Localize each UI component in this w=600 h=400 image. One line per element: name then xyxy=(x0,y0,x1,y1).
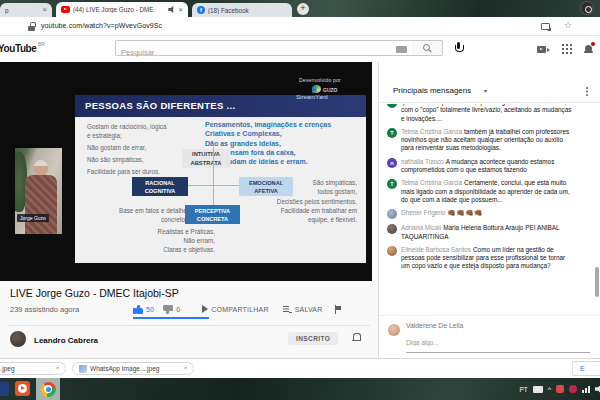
speaker-head xyxy=(34,160,48,176)
mic-icon[interactable] xyxy=(453,42,463,55)
youtube-favicon xyxy=(61,6,70,13)
subscribed-button[interactable]: INSCRITO xyxy=(288,332,338,345)
chat-message: T Telma Cristina GarciaCertamente, concl… xyxy=(387,179,592,204)
download-item[interactable]: Image....jpeg xyxy=(0,362,66,375)
keyboard-layout-icon[interactable] xyxy=(533,386,543,393)
guzo-logo-icon xyxy=(312,85,321,93)
notification-badge xyxy=(590,41,596,47)
tab-facebook[interactable]: (18) Facebook xyxy=(192,3,292,17)
taskbar-app-icon[interactable] xyxy=(0,382,9,396)
tab-youtube-live[interactable]: (44) LIVE Jorge Guzo - DME × xyxy=(56,2,188,17)
tray-app-icon[interactable] xyxy=(556,385,564,393)
volume-icon[interactable] xyxy=(595,385,600,394)
chat-scrollbar[interactable] xyxy=(595,267,599,297)
youtube-header: YouTube BR xyxy=(0,36,600,62)
search-button[interactable] xyxy=(412,40,443,56)
avatar[interactable] xyxy=(387,209,397,219)
chat-input[interactable] xyxy=(406,339,590,346)
channel-name[interactable]: Leandro Cabrera xyxy=(34,336,98,345)
trait-line: Dão as grandes ideias, xyxy=(205,139,370,148)
avatar[interactable]: n xyxy=(387,158,397,168)
language-indicator[interactable]: PT xyxy=(519,386,527,393)
send-to-device-icon[interactable] xyxy=(541,23,550,30)
close-icon[interactable]: × xyxy=(42,6,47,14)
chevron-up-icon[interactable] xyxy=(184,366,187,372)
developed-by-label: Desenvolvido por xyxy=(299,77,341,83)
slide-bottom-left-text: Base em fatos e detalhes concretos, xyxy=(100,207,190,225)
new-tab-button[interactable] xyxy=(297,3,309,15)
download-item[interactable]: WhatsApp Image....jpeg xyxy=(72,362,194,375)
avatar[interactable] xyxy=(387,104,397,108)
keyboard-icon[interactable] xyxy=(396,46,407,53)
avatar[interactable] xyxy=(387,224,397,234)
youtube-logo-country: BR xyxy=(38,41,45,47)
slide-title: PESSOAS SÃO DIFERENTES ... xyxy=(85,95,235,117)
chrome-taskbar-tile[interactable] xyxy=(36,378,60,400)
chat-input-field[interactable] xyxy=(406,331,590,353)
save-label: SALVAR xyxy=(295,306,323,313)
tray-app-icon[interactable] xyxy=(569,385,577,393)
presentation-slide: PESSOAS SÃO DIFERENTES ... Gostam de rac… xyxy=(75,95,366,263)
tab-audio-icon[interactable] xyxy=(168,6,175,13)
channel-avatar[interactable] xyxy=(10,331,26,347)
slide-right-detail-text: São simpáticas, todos gostam, xyxy=(275,179,357,197)
url-text[interactable]: youtube.com/watch?v=pWvevGov9Sc xyxy=(41,22,162,29)
share-button[interactable]: COMPARTILHAR xyxy=(202,305,268,313)
address-bar[interactable]: youtube.com/watch?v=pWvevGov9Sc xyxy=(0,17,600,36)
slide-bottom-left-text: Realistas e Práticas, xyxy=(130,228,215,237)
overlay-bubble-icon[interactable] xyxy=(580,1,594,15)
dislike-button[interactable]: 0 xyxy=(163,305,180,314)
guzo-logo-text: GUZO xyxy=(323,87,337,93)
trait-line: Gostam de raciocínio, lógica e estratégi… xyxy=(87,123,199,141)
thumbs-down-icon xyxy=(163,305,173,314)
chat-menu-icon[interactable] xyxy=(586,87,588,89)
chat-text: professoras aposentadas, que reingressar… xyxy=(401,104,571,122)
video-player[interactable]: Desenvolvido por GUZO StreamYard PESSOAS… xyxy=(0,62,372,281)
avatar[interactable]: T xyxy=(387,128,397,138)
live-chat-panel: Principais mensagens professoras aposent… xyxy=(378,62,600,358)
apps-grid-icon[interactable] xyxy=(562,44,572,54)
stream-brand-logo: GUZO StreamYard xyxy=(296,85,356,107)
play-glyph xyxy=(540,48,543,50)
video-actions: 50 0 COMPARTILHAR SALVAR xyxy=(133,302,342,316)
show-all-downloads-button[interactable]: E xyxy=(572,361,600,376)
subscription-bell-icon[interactable] xyxy=(352,333,361,344)
chevron-up-icon[interactable] xyxy=(56,366,59,372)
like-button[interactable]: 50 xyxy=(133,305,154,314)
like-count: 50 xyxy=(146,306,154,313)
report-flag-icon[interactable] xyxy=(334,305,342,314)
trait-line: Mudam de ideias e erram. xyxy=(222,157,370,166)
download-filename: WhatsApp Image....jpeg xyxy=(90,365,159,372)
chat-input-area: Valderene De Lella xyxy=(379,315,600,358)
speaker-name-tag: Jorge Guzo xyxy=(17,214,49,222)
streamyard-watermark: StreamYard xyxy=(296,94,328,100)
chat-user-name: Valderene De Lella xyxy=(406,322,463,329)
notifications-bell-icon[interactable] xyxy=(584,44,593,55)
trait-line: Criativas e Complexas, xyxy=(205,129,370,138)
viewer-count: 239 assistindo agora xyxy=(10,305,79,314)
lock-icon[interactable] xyxy=(28,22,35,31)
download-filename: Image....jpeg xyxy=(0,365,15,372)
search-input[interactable] xyxy=(116,46,412,60)
quadrant-box-rational: RACIONAL COGNITIVA xyxy=(132,177,188,196)
chat-message: Elineide Barbosa SantosComo um líder na … xyxy=(387,246,592,271)
tab-partial[interactable]: p × xyxy=(0,3,52,17)
save-button[interactable]: SALVAR xyxy=(283,305,323,313)
create-video-icon[interactable] xyxy=(537,45,550,54)
slide-right-detail-text: Decisões pelos sentimentos, xyxy=(247,198,357,207)
divider xyxy=(8,325,370,326)
network-signal-icon[interactable] xyxy=(582,385,590,393)
hidden-icons-chevron[interactable] xyxy=(548,386,551,393)
dislike-count: 0 xyxy=(176,306,180,313)
video-info-section: LIVE Jorge Guzo - DMEC Itajobi-SP 239 as… xyxy=(0,281,378,358)
bookmark-star-icon[interactable] xyxy=(564,20,572,30)
search-box[interactable] xyxy=(115,40,413,56)
media-player-icon[interactable] xyxy=(15,381,30,396)
youtube-logo[interactable]: YouTube xyxy=(0,43,37,54)
trait-line: Pensam fora da caixa, xyxy=(222,148,370,157)
close-icon[interactable]: × xyxy=(178,6,183,14)
chevron-down-icon[interactable] xyxy=(484,87,487,94)
chat-filter-label[interactable]: Principais mensagens xyxy=(393,86,471,95)
avatar[interactable] xyxy=(387,246,397,256)
avatar[interactable]: T xyxy=(387,179,397,189)
